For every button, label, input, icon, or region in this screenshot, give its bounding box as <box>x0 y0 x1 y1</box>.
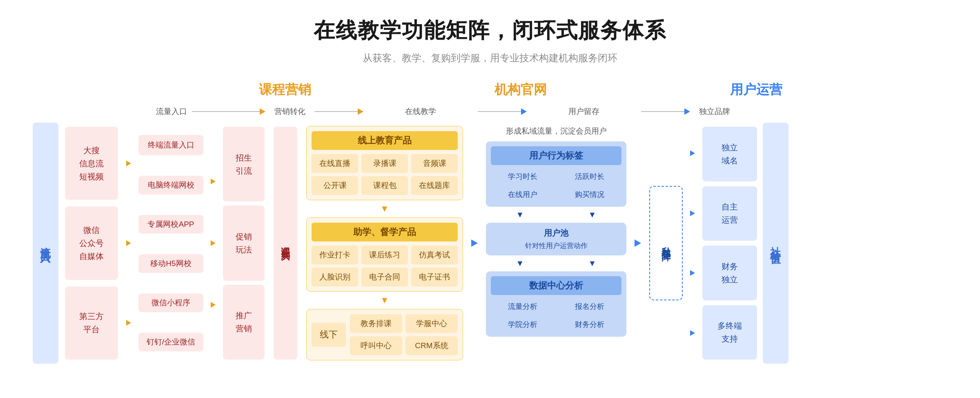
assist-products: 助学、督学产品 作业打卡 课后练习 仿真考试 人脸识别 电子合同 电子证书 <box>306 217 463 292</box>
private-domain-box: 私域矩阵 <box>649 186 683 300</box>
dc-item-0: 流量分析 <box>491 299 555 314</box>
conversion-boxes: 招生引流 促销玩法 推广营销 <box>220 123 268 364</box>
brand-items: 独立域名 自主运营 财务独立 多终端支持 <box>699 123 760 364</box>
user-pool-sub: 针对性用户运营动作 <box>491 241 621 250</box>
op-item-2: 音频课 <box>411 154 458 173</box>
dc-item-1: 报名分析 <box>558 299 621 314</box>
op-item-0: 在线直播 <box>312 154 358 173</box>
data-center-title: 数据中心分析 <box>491 276 621 295</box>
flow-node-retention: 用户留存 <box>527 106 641 117</box>
dc-item-2: 学院分析 <box>491 317 555 332</box>
category-marketing: 课程营销 <box>259 81 311 99</box>
traffic-item-1: 微信公众号自媒体 <box>65 206 118 279</box>
op-item-1: 录播课 <box>361 154 408 173</box>
user-pool-title: 用户池 <box>491 228 621 239</box>
retention-note: 形成私域流量，沉淀会员用户 <box>486 126 626 136</box>
arrow-col-5 <box>688 123 697 364</box>
header: 在线教学功能矩阵，闭环式服务体系 从获客、教学、复购到学服，用专业技术构建机构服… <box>24 16 956 65</box>
tag-item-0: 学习时长 <box>491 169 555 184</box>
traffic-item-2: 第三方平台 <box>65 286 118 360</box>
tag-item-2: 在线用户 <box>491 187 555 202</box>
left-label: 流量入口 <box>33 123 58 364</box>
offline-section: 线下 教务排课 学服中心 呼叫中心 CRM系统 <box>306 309 463 360</box>
online-products: 线上教育产品 在线直播 录播课 音频课 公开课 课程包 在线题库 <box>306 126 463 200</box>
down-arrow-5: ▼ <box>486 259 554 268</box>
page-subtitle: 从获客、教学、复购到学服，用专业技术构建机构服务闭环 <box>24 51 956 65</box>
data-center-section: 数据中心分析 流量分析 报名分析 学院分析 财务分析 <box>486 271 626 337</box>
terminal-1: 电脑终端网校 <box>138 176 203 195</box>
flow-arrow-3 <box>521 108 527 115</box>
private-domain-col: 私域矩阵 <box>646 123 686 364</box>
flow-node-conversion: 营销转化 <box>265 106 314 117</box>
down-arrow-1: ▼ <box>306 203 463 214</box>
terminal-0: 终端流量入口 <box>138 135 203 155</box>
down-arrow-4: ▼ <box>558 210 626 219</box>
ap-item-0: 作业打卡 <box>312 246 358 264</box>
tag-item-1: 活跃时长 <box>558 169 621 184</box>
arrow-col-2 <box>209 123 217 364</box>
ap-item-5: 电子证书 <box>411 268 458 286</box>
category-website: 机构官网 <box>494 81 547 99</box>
brand-item-0: 独立域名 <box>702 127 757 181</box>
right-label: 社会价值 <box>763 123 788 364</box>
offline-item-3: CRM系统 <box>405 336 458 355</box>
tag-item-3: 购买情况 <box>558 187 621 202</box>
conversion-2: 推广营销 <box>223 285 265 360</box>
arrow-col-4 <box>632 123 644 364</box>
traffic-item-0: 大搜信息流短视频 <box>65 127 118 200</box>
op-item-4: 课程包 <box>361 176 408 195</box>
conversion-1: 促销玩法 <box>223 206 265 280</box>
ap-item-4: 电子合同 <box>361 268 408 286</box>
brand-item-1: 自主运营 <box>702 186 757 241</box>
conversion-0: 招生引流 <box>223 127 265 201</box>
down-arrow-3: ▼ <box>486 210 554 219</box>
flow-node-brand: 独立品牌 <box>690 106 739 117</box>
category-operations: 用户运营 <box>730 81 782 99</box>
page-title: 在线教学功能矩阵，闭环式服务体系 <box>24 16 956 45</box>
private-domain-title: 私域矩阵 <box>660 240 672 246</box>
ap-item-3: 人脸识别 <box>312 268 358 286</box>
offline-label: 线下 <box>312 323 346 347</box>
op-item-3: 公开课 <box>312 176 358 195</box>
user-pool-section: 用户池 针对性用户运营动作 <box>486 223 626 255</box>
offline-item-0: 教务排课 <box>350 314 402 333</box>
down-arrow-2: ▼ <box>306 295 463 306</box>
offline-item-2: 呼叫中心 <box>350 336 402 355</box>
online-teaching-section: 线上教育产品 在线直播 录播课 音频课 公开课 课程包 在线题库 ▼ 助学、督学… <box>303 123 466 364</box>
dc-item-3: 财务分析 <box>558 317 621 332</box>
terminal-5: 钉钉/企业微信 <box>138 333 203 351</box>
arrow-col-3 <box>469 123 480 364</box>
online-products-title: 线上教育产品 <box>312 131 458 150</box>
traffic-sources: 大搜信息流短视频 微信公众号自媒体 第三方平台 <box>61 123 122 364</box>
flow-arrow-1 <box>260 108 265 115</box>
behavior-tags-section: 用户行为标签 学习时长 活跃时长 在线用户 购买情况 <box>486 141 626 207</box>
arrow-col-1 <box>125 123 133 364</box>
flow-arrow-2 <box>358 108 363 115</box>
offline-item-1: 学服中心 <box>405 314 458 333</box>
flow-arrow-4 <box>684 108 690 115</box>
user-retention-section: 形成私域流量，沉淀会员用户 用户行为标签 学习时长 活跃时长 在线用户 购买情况… <box>483 123 630 364</box>
ap-item-1: 课后练习 <box>361 246 408 264</box>
terminal-4: 微信小程序 <box>138 293 203 312</box>
down-arrow-6: ▼ <box>558 259 626 268</box>
brand-item-2: 财务独立 <box>702 246 757 300</box>
op-item-5: 在线题库 <box>411 176 458 195</box>
ap-item-2: 仿真考试 <box>411 246 458 264</box>
course-buy-label: 课程购买 <box>274 127 297 360</box>
terminal-2: 专属网校APP <box>138 215 203 234</box>
behavior-tags-title: 用户行为标签 <box>491 146 621 165</box>
flow-node-online: 在线教学 <box>363 106 478 117</box>
flow-node-traffic: 流量入口 <box>151 106 192 117</box>
brand-item-3: 多终端支持 <box>702 305 757 360</box>
terminal-entries: 终端流量入口 电脑终端网校 专属网校APP 移动H5网校 微信小程序 钉钉/企业… <box>135 123 207 364</box>
assist-products-title: 助学、督学产品 <box>312 223 458 241</box>
terminal-3: 移动H5网校 <box>138 254 203 273</box>
